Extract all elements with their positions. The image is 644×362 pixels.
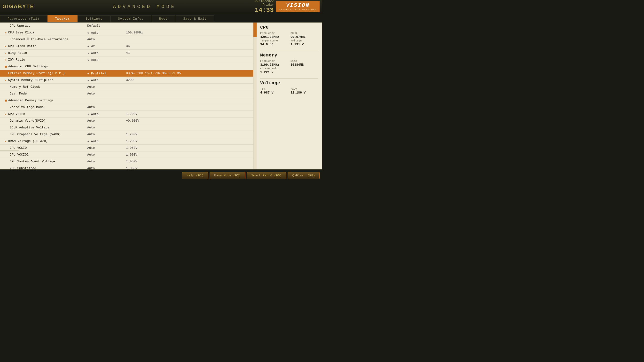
setting-row[interactable]: BCLK Adaptive VoltageAuto — [0, 124, 256, 131]
setting-name: Gear Mode — [5, 92, 87, 96]
cpu-info-grid: Frequency BCLK 4201.08MHz 99.97MHz Tempe… — [260, 32, 318, 46]
setting-value2: 36 — [126, 44, 251, 48]
setting-value2: DDR4-3200 16-16-16-36-68-1.35 — [126, 72, 251, 75]
setting-row[interactable]: ★IGP Ratio★ Auto- — [0, 56, 256, 63]
setting-value2: 1.050V — [126, 160, 251, 163]
tab-boot[interactable]: Boot — [152, 15, 175, 22]
tab-tweaker[interactable]: Tweaker — [48, 15, 78, 22]
setting-name-text: Extreme Memory Profile(X.M.P.) — [8, 72, 65, 75]
scrollbar-thumb[interactable] — [254, 22, 256, 37]
cpu-temp-value: 34.0 °C — [260, 43, 288, 46]
setting-row[interactable]: CPU Graphics Voltage (VAXG)Auto1.200V — [0, 131, 256, 138]
setting-row[interactable]: ★CPU Base Clock★ Auto100.00MHz — [0, 29, 256, 36]
star-icon: ★ — [87, 44, 91, 48]
setting-name-text: CPU VCCIO — [10, 146, 27, 150]
star-icon: ★ — [87, 112, 91, 116]
tab-settings[interactable]: Settings — [78, 15, 110, 22]
setting-row[interactable]: ★Extreme Memory Profile(X.M.P.)★ Profile… — [0, 70, 256, 77]
setting-value: Auto — [87, 38, 126, 41]
setting-value: ★ Profile1 — [87, 72, 126, 75]
setting-name: ★Ring Ratio — [5, 51, 87, 55]
tabs: Favorites (F11)TweakerSettingsSystem Inf… — [0, 13, 322, 22]
setting-value: Auto — [87, 146, 126, 150]
star-icon: ★ — [5, 139, 6, 143]
setting-name-text: CPU Clock Ratio — [8, 44, 36, 48]
date: 02/18/2022 — [255, 0, 274, 3]
star-icon: ★ — [87, 51, 91, 55]
setting-row[interactable]: CPU VCCIO2Auto1.000V — [0, 152, 256, 158]
setting-value: ★ Auto — [87, 58, 126, 62]
header: GIGABYTE ADVANCED MODE 02/18/2022 Friday… — [0, 0, 322, 13]
mode-title: ADVANCED MODE — [113, 4, 176, 10]
main-content: CPU UpgradeDefault★CPU Base Clock★ Auto1… — [0, 22, 322, 169]
setting-value2: 1.000V — [126, 153, 251, 156]
setting-name-text: CPU Graphics Voltage (VAXG) — [10, 132, 61, 136]
star-icon: ★ — [5, 72, 6, 75]
setting-value: Auto — [87, 119, 126, 122]
star-icon: ★ — [5, 44, 6, 48]
setting-row[interactable]: CPU System Agent VoltageAuto1.050V — [0, 158, 256, 165]
cpu-temp-label: Temperature — [260, 39, 288, 42]
setting-name-text: CPU Upgrade — [10, 24, 30, 28]
setting-value2: 1.200V — [126, 139, 251, 143]
settings-panel: CPU UpgradeDefault★CPU Base Clock★ Auto1… — [0, 22, 256, 169]
vision-text: VISION — [279, 2, 317, 8]
cpu-info-section: CPU Frequency BCLK 4201.08MHz 99.97MHz T… — [260, 25, 318, 46]
setting-row[interactable]: ★Ring Ratio★ Auto41 — [0, 50, 256, 56]
setting-value2: 41 — [126, 51, 251, 55]
cpu-freq-label: Frequency — [260, 32, 288, 35]
setting-row[interactable]: CPU UpgradeDefault — [0, 22, 256, 29]
setting-name: Enhanced Multi-Core Performance — [5, 38, 87, 41]
info-divider-2 — [260, 78, 318, 79]
settings-scroll[interactable]: CPU UpgradeDefault★CPU Base Clock★ Auto1… — [0, 22, 256, 169]
v5-value: 4.987 V — [260, 91, 288, 94]
setting-value: Auto — [87, 92, 126, 96]
setting-name: ★CPU Vcore — [5, 112, 87, 116]
mem-size-label: Size — [290, 60, 318, 62]
setting-row[interactable]: Advanced CPU Settings — [0, 63, 256, 70]
bottom-btn[interactable]: Smart Fan 6 (F6) — [247, 172, 286, 179]
setting-row[interactable]: Memory Ref ClockAuto — [0, 84, 256, 90]
memory-title: Memory — [260, 53, 318, 58]
star-icon: ★ — [87, 31, 91, 35]
setting-row[interactable]: Gear ModeAuto — [0, 90, 256, 97]
setting-row[interactable]: Vcore Voltage ModeAuto — [0, 104, 256, 111]
star-icon: ★ — [87, 72, 91, 75]
tab-system_info[interactable]: System Info. — [110, 15, 151, 22]
bullet-icon — [5, 100, 7, 102]
tab-save_exit[interactable]: Save & Exit — [176, 15, 214, 22]
setting-name: ★CPU Base Clock — [5, 31, 87, 34]
bottom-btn[interactable]: Help (F1) — [182, 172, 208, 179]
setting-row[interactable]: Dynamic Vcore(DVID)Auto+0.000V — [0, 118, 256, 124]
cpu-volt-label: Voltage — [290, 39, 318, 42]
setting-value2: 1.200V — [126, 112, 251, 116]
setting-row[interactable]: ★DRAM Voltage (CH A/B)★ Auto1.200V — [0, 138, 256, 145]
setting-value: Auto — [87, 126, 126, 130]
setting-name-text: IGP Ratio — [8, 58, 25, 62]
bottom-btn[interactable]: Q-Flash (F8) — [288, 172, 320, 179]
setting-name-text: DRAM Voltage (CH A/B) — [8, 139, 48, 143]
cpu-freq-value: 4201.08MHz — [260, 35, 288, 39]
setting-name-text: Gear Mode — [10, 92, 27, 96]
setting-row[interactable]: Advanced Memory Settings — [0, 97, 256, 104]
setting-row[interactable]: ★System Memory Multiplier★ Auto3200 — [0, 77, 256, 84]
setting-value: Auto — [87, 85, 126, 89]
star-icon: ★ — [5, 78, 6, 82]
tab-favorites[interactable]: Favorites (F11) — [0, 15, 47, 22]
setting-row[interactable]: ★CPU Clock Ratio★ 4236 — [0, 43, 256, 50]
star-icon: ★ — [87, 140, 91, 143]
setting-value2: 1.200V — [126, 132, 251, 136]
mem-size-value: 16384MB — [290, 63, 318, 67]
scrollbar-track[interactable] — [253, 22, 256, 169]
setting-row[interactable]: VCC SubstainedAuto1.050V — [0, 165, 256, 169]
logo: GIGABYTE — [2, 4, 34, 10]
setting-row[interactable]: Enhanced Multi-Core PerformanceAuto — [0, 36, 256, 43]
setting-row[interactable]: CPU VCCIOAuto1.050V — [0, 145, 256, 152]
setting-row[interactable]: ★CPU Vcore★ Auto1.200V — [0, 111, 256, 118]
setting-value2: 3200 — [126, 78, 251, 82]
setting-value: Default — [87, 24, 126, 28]
bottom-btn[interactable]: Easy Mode (F2) — [210, 172, 245, 179]
setting-name-text: Vcore Voltage Mode — [10, 106, 44, 109]
star-icon: ★ — [5, 31, 6, 34]
setting-value: ★ 42 — [87, 44, 126, 48]
